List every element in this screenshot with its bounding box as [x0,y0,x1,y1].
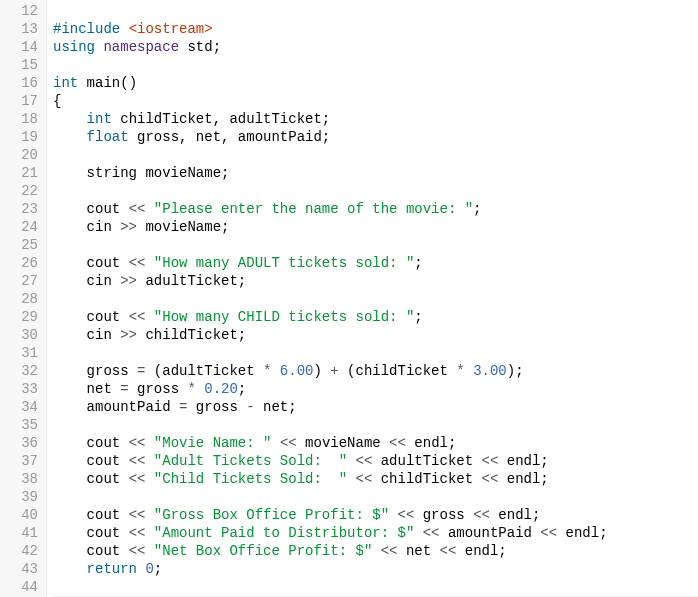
code-token [145,201,153,217]
code-line: cout << "Adult Tickets Sold: " << adultT… [53,452,698,470]
line-number: 25 [4,236,38,254]
code-token: 3.00 [473,363,507,379]
code-line: cout << "How many ADULT tickets sold: "; [53,254,698,272]
code-line: cout << "Movie Name: " << movieName << e… [53,434,698,452]
code-token: endl; [557,525,607,541]
code-token: << [129,309,146,325]
code-line: int main() [53,74,698,92]
code-token: return [87,561,137,577]
code-token: cout [53,201,129,217]
code-line: #include <iostream> [53,20,698,38]
code-token: int [53,75,78,91]
line-number: 31 [4,344,38,362]
code-token: amountPaid [53,399,179,415]
code-token [53,129,87,145]
code-token: gross [414,507,473,523]
code-token: movieName [297,435,389,451]
code-token: (adultTicket [145,363,263,379]
code-token: ; [473,201,481,217]
code-token: << [381,543,398,559]
code-line [53,416,698,434]
code-token: << [280,435,297,451]
code-token [53,111,87,127]
code-line [53,146,698,164]
code-line: cout << "Gross Box Office Profit: $" << … [53,506,698,524]
code-line [53,488,698,506]
code-line [53,578,698,596]
code-line: string movieName; [53,164,698,182]
code-token: "How many CHILD tickets sold: " [154,309,414,325]
code-token: gross, net, amountPaid; [129,129,331,145]
line-number: 16 [4,74,38,92]
code-line: cin >> childTicket; [53,326,698,344]
code-token: cout [53,309,129,325]
code-line: float gross, net, amountPaid; [53,128,698,146]
code-token: cin [53,219,120,235]
line-number: 24 [4,218,38,236]
code-token: net; [255,399,297,415]
code-line: cout << "Child Tickets Sold: " << childT… [53,470,698,488]
code-token [145,309,153,325]
line-number: 38 [4,470,38,488]
code-token: ; [238,381,246,397]
line-number: 22 [4,182,38,200]
code-token: << [129,525,146,541]
code-token: ) [313,363,330,379]
line-number: 12 [4,2,38,20]
code-token: endl; [490,507,540,523]
line-number: 39 [4,488,38,506]
code-token: "Adult Tickets Sold: " [154,453,347,469]
code-token: * [456,363,464,379]
code-token: std; [179,39,221,55]
code-token: <iostream> [129,21,213,37]
code-token: cout [53,435,129,451]
code-line: net = gross * 0.20; [53,380,698,398]
code-token: cout [53,543,129,559]
code-token: + [330,363,338,379]
code-line: cout << "How many CHILD tickets sold: "; [53,308,698,326]
code-token: << [389,435,406,451]
line-number: 13 [4,20,38,38]
line-number: 43 [4,560,38,578]
code-token: << [473,507,490,523]
code-token: << [540,525,557,541]
code-token: << [482,471,499,487]
code-token: childTicket, adultTicket; [112,111,330,127]
code-token: adultTicket [372,453,481,469]
code-token: >> [120,327,137,343]
code-line: cout << "Please enter the name of the mo… [53,200,698,218]
code-token [414,525,422,541]
code-token: >> [120,273,137,289]
code-line: cout << "Net Box Office Profit: $" << ne… [53,542,698,560]
code-token: "Net Box Office Profit: $" [154,543,372,559]
code-token: net [398,543,440,559]
line-number: 30 [4,326,38,344]
line-number: 41 [4,524,38,542]
code-token: "Movie Name: " [154,435,272,451]
code-token: string movieName; [53,165,229,181]
code-token: << [398,507,415,523]
line-number: 27 [4,272,38,290]
code-token: (childTicket [339,363,457,379]
code-token [145,453,153,469]
code-token: cin [53,273,120,289]
code-line: cin >> adultTicket; [53,272,698,290]
code-token: cout [53,507,129,523]
code-line: using namespace std; [53,38,698,56]
code-token [465,363,473,379]
code-token: "Child Tickets Sold: " [154,471,347,487]
code-token: >> [120,219,137,235]
code-token: cin [53,327,120,343]
code-line [53,290,698,308]
code-token: cout [53,255,129,271]
code-token [196,381,204,397]
code-line: cout << "Amount Paid to Distributor: $" … [53,524,698,542]
code-line: amountPaid = gross - net; [53,398,698,416]
code-token: ; [154,561,162,577]
code-token: gross [187,399,246,415]
code-line [53,236,698,254]
code-token: adultTicket; [137,273,246,289]
code-token: << [129,255,146,271]
line-number: 44 [4,578,38,596]
code-token: using [53,39,95,55]
